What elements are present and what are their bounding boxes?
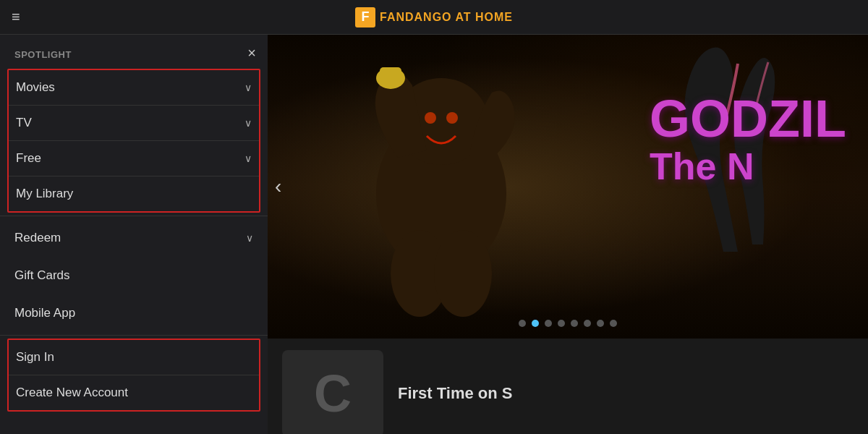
top-bar: ≡ F FANDANGO AT HOME (0, 0, 868, 35)
logo-f-box: F (355, 7, 375, 27)
main-area: × Spotlight Movies ∨ TV ∨ Free ∨ My Libr… (0, 35, 868, 434)
hamburger-icon[interactable]: ≡ (12, 9, 20, 25)
bottom-section: C First Time on S (268, 339, 868, 434)
sidebar-section-label: Spotlight (0, 35, 268, 66)
sidebar-item-sign-in[interactable]: Sign In (9, 340, 259, 375)
sidebar-divider (0, 216, 268, 216)
sidebar-item-redeem[interactable]: Redeem ∨ (0, 219, 268, 257)
sidebar-item-gift-cards[interactable]: Gift Cards (0, 257, 268, 294)
bottom-logo-letter: C (314, 364, 352, 423)
carousel-prev-button[interactable]: ‹ (275, 175, 281, 198)
hero-banner: GODZIL The N ‹ (268, 35, 868, 339)
chevron-down-icon: ∨ (244, 82, 252, 93)
chevron-down-icon: ∨ (244, 153, 252, 164)
svg-point-3 (434, 230, 492, 317)
main-nav-group: Movies ∨ TV ∨ Free ∨ My Library (7, 69, 260, 213)
close-button[interactable]: × (247, 45, 256, 61)
sidebar-item-free[interactable]: Free ∨ (9, 140, 259, 176)
content-area: GODZIL The N ‹ C First Time on S (268, 35, 868, 434)
hero-title-line2: The N (650, 145, 846, 188)
sidebar: × Spotlight Movies ∨ TV ∨ Free ∨ My Libr… (0, 35, 268, 434)
sidebar-item-my-library[interactable]: My Library (9, 176, 259, 211)
carousel-dot-6[interactable] (597, 320, 604, 327)
sidebar-item-mobile-app[interactable]: Mobile App (0, 294, 268, 332)
carousel-dot-2[interactable] (545, 320, 552, 327)
carousel-dot-1[interactable] (532, 320, 539, 327)
chevron-down-icon: ∨ (246, 232, 253, 244)
carousel-dot-3[interactable] (558, 320, 565, 327)
carousel-dot-0[interactable] (519, 320, 526, 327)
svg-point-5 (446, 112, 458, 124)
chevron-down-icon: ∨ (244, 117, 252, 129)
logo-text: FANDANGO AT HOME (380, 11, 513, 24)
hero-title-area: GODZIL The N (650, 93, 846, 188)
svg-point-4 (425, 112, 436, 124)
hero-title-line1: GODZIL (650, 93, 846, 145)
logo-area: F FANDANGO AT HOME (355, 7, 513, 27)
bottom-logo: C (282, 350, 383, 434)
carousel-dot-5[interactable] (584, 320, 591, 327)
auth-group: Sign In Create New Account (7, 339, 260, 412)
kong-figure (326, 49, 557, 324)
sidebar-item-tv[interactable]: TV ∨ (9, 105, 259, 140)
sidebar-divider-2 (0, 335, 268, 336)
carousel-dot-7[interactable] (610, 320, 617, 327)
svg-rect-7 (380, 67, 401, 82)
bottom-text: First Time on S (398, 384, 513, 403)
sidebar-item-create-account[interactable]: Create New Account (9, 375, 259, 410)
carousel-dot-4[interactable] (571, 320, 578, 327)
carousel-dots (519, 320, 617, 327)
sidebar-item-movies[interactable]: Movies ∨ (9, 70, 259, 105)
